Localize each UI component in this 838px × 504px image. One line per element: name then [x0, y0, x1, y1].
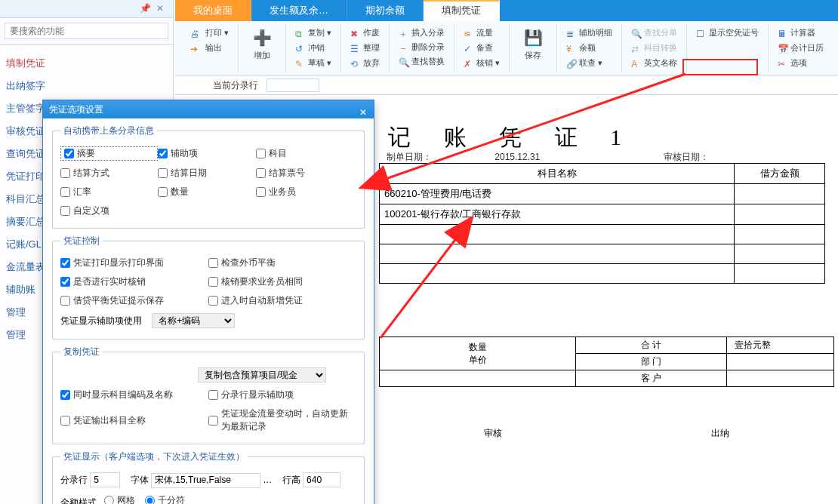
chk-settletype[interactable]: 结算方式: [60, 167, 158, 180]
tab-opening[interactable]: 期初余额: [347, 0, 424, 21]
linkview-button[interactable]: 🔗联查 ▾: [566, 57, 602, 69]
engname-label: 英文名称: [644, 58, 677, 67]
nav-item[interactable]: 出纳签字: [5, 75, 168, 97]
chk-rate[interactable]: 汇率: [60, 186, 158, 198]
abandon-button[interactable]: ⟲放弃: [350, 57, 380, 69]
chk-showcode[interactable]: 同时显示科目编码及名称: [60, 389, 208, 401]
table-row[interactable]: [380, 244, 825, 264]
rows-input[interactable]: [90, 472, 120, 487]
row1-subject[interactable]: 100201-银行存款/工商银行存款: [380, 204, 735, 225]
make-date-label: 制单日期：: [387, 152, 432, 162]
chk-fxcheck[interactable]: 检查外币平衡: [208, 257, 356, 269]
options-button[interactable]: ✂选项: [778, 57, 807, 69]
chk-auditop[interactable]: 核销要求业务员相同: [208, 275, 356, 288]
aux-button[interactable]: ≣辅助明细: [566, 27, 612, 39]
findreplace-label: 查找替换: [411, 57, 445, 66]
audit-button[interactable]: ✗核销 ▾: [464, 57, 500, 69]
col-subject-header: 科目名称: [380, 164, 735, 184]
dialog-titlebar[interactable]: 凭证选项设置 ✕: [43, 100, 374, 118]
dept-label: 部 门: [576, 354, 727, 370]
chk-autonew-label: 进入时自动新增凭证: [221, 294, 303, 307]
table-row[interactable]: 660210-管理费用/电话费: [380, 184, 825, 204]
print-button[interactable]: 🖨 打印 ▾: [190, 27, 229, 39]
chk-printui[interactable]: 凭证打印显示打印界面: [60, 257, 208, 269]
amtstyle-grid[interactable]: 网格: [104, 494, 135, 505]
row1-debit[interactable]: [735, 204, 825, 225]
table-row[interactable]: [380, 225, 825, 244]
verify-button[interactable]: ✓备查: [464, 42, 493, 54]
aux-select[interactable]: 名称+编码: [152, 313, 235, 328]
abandon-label: 放弃: [363, 58, 380, 67]
chk-subject[interactable]: 科目: [256, 146, 353, 161]
chk-settlebill[interactable]: 结算票号: [256, 167, 353, 180]
chk-subject-label: 科目: [269, 147, 287, 160]
chk-custom[interactable]: 自定义项: [60, 204, 158, 217]
chk-operator[interactable]: 业务员: [256, 186, 353, 198]
tab-desktop[interactable]: 我的桌面: [175, 0, 251, 21]
showempty-button[interactable]: ☐显示空凭证号: [696, 27, 759, 39]
showempty-label: 显示空凭证号: [709, 28, 759, 37]
font-label: 字体: [131, 475, 149, 485]
total-text: 壹拾元整: [727, 337, 834, 354]
group-display-legend: 凭证显示（客户端选项，下次进入凭证生效）: [60, 450, 248, 463]
chk-summary[interactable]: 摘要: [60, 146, 158, 161]
chk-fullsubj[interactable]: 凭证输出科目全称: [60, 407, 208, 433]
flow-button[interactable]: ≋流量: [464, 27, 493, 39]
chk-cashflow[interactable]: 凭证现金流量变动时，自动更新为最新记录: [208, 407, 356, 433]
nav-search-input[interactable]: [5, 23, 168, 39]
reverse-button[interactable]: ↺冲销: [295, 42, 325, 54]
table-row[interactable]: [380, 264, 825, 284]
copy-label: 复制: [308, 28, 325, 37]
engname-button[interactable]: A英文名称: [631, 57, 677, 69]
pin-icon[interactable]: 📌: [140, 3, 150, 14]
findreplace-button[interactable]: 🔍查找替换: [399, 56, 445, 68]
save-button[interactable]: 💾 保存: [516, 26, 550, 61]
insertrow-button[interactable]: ＋插入分录: [399, 27, 445, 38]
draft-button[interactable]: ✎草稿 ▾: [295, 57, 331, 69]
caldate-button[interactable]: 📅会计日历: [778, 42, 824, 54]
adjust-button[interactable]: ☰整理: [350, 42, 380, 54]
nav-close-icon[interactable]: ✕: [155, 3, 165, 14]
tab-voucher[interactable]: 填制凭证: [424, 0, 500, 21]
balance-button[interactable]: ¥余额: [566, 42, 596, 54]
copy-button[interactable]: ⧉复制 ▾: [295, 27, 331, 39]
aux-icon: ≣: [566, 29, 577, 39]
rowh-input[interactable]: [303, 472, 340, 487]
nav-item[interactable]: 填制凭证: [5, 52, 168, 75]
flow-label: 流量: [476, 28, 493, 37]
currentrow-input[interactable]: [266, 78, 319, 92]
dialog-body: 自动携带上条分录信息 摘要 辅助项 科目 结算方式 结算日期 结算票号 汇率 数…: [43, 118, 374, 504]
table-row[interactable]: 100201-银行存款/工商银行存款: [380, 204, 825, 225]
chk-aux[interactable]: 辅助项: [158, 146, 255, 161]
deleterow-button[interactable]: －删除分录: [399, 41, 445, 53]
row0-debit[interactable]: [735, 184, 825, 204]
chk-rtaudit-label: 是否进行实时核销: [73, 275, 146, 288]
calc-label: 计算器: [790, 28, 815, 37]
group-control-legend: 凭证控制: [60, 235, 103, 247]
voucher-footer: 数量 单价 合 计 壹拾元整 部 门 客 户: [379, 337, 834, 387]
invalid-button[interactable]: ✖作废: [350, 27, 380, 39]
chk-balprompt[interactable]: 借贷平衡凭证提示保存: [60, 294, 208, 307]
voucher-no: 1: [610, 124, 621, 149]
add-button[interactable]: ➕ 增加: [245, 26, 279, 61]
output-button[interactable]: ➜ 输出: [190, 42, 222, 54]
audit-date-label: 审核日期：: [664, 152, 709, 162]
cust-label: 客 户: [576, 370, 727, 387]
subjtrans-button[interactable]: ⇄科目转换: [631, 42, 677, 54]
amtstyle-thou[interactable]: 千分符: [145, 494, 185, 505]
chk-qty[interactable]: 数量: [158, 186, 255, 198]
font-input[interactable]: [151, 473, 260, 488]
chk-rtaudit[interactable]: 是否进行实时核销: [60, 275, 208, 288]
chk-rate-label: 汇率: [73, 186, 91, 198]
search-button[interactable]: 🔍查找分单: [631, 27, 677, 39]
save-icon: 💾: [522, 27, 544, 48]
dialog-close-icon[interactable]: ✕: [357, 103, 369, 115]
add-icon: ➕: [251, 27, 273, 48]
chk-rowaux[interactable]: 分录行显示辅助项: [208, 389, 356, 401]
tab-balance[interactable]: 发生额及余…: [251, 0, 347, 21]
copy-select[interactable]: 复制包含预算项目/现金: [198, 367, 326, 383]
calc-button[interactable]: 🖩计算器: [778, 27, 815, 39]
row0-subject[interactable]: 660210-管理费用/电话费: [380, 184, 735, 204]
chk-autonew[interactable]: 进入时自动新增凭证: [208, 294, 356, 307]
chk-settledate[interactable]: 结算日期: [158, 167, 255, 180]
